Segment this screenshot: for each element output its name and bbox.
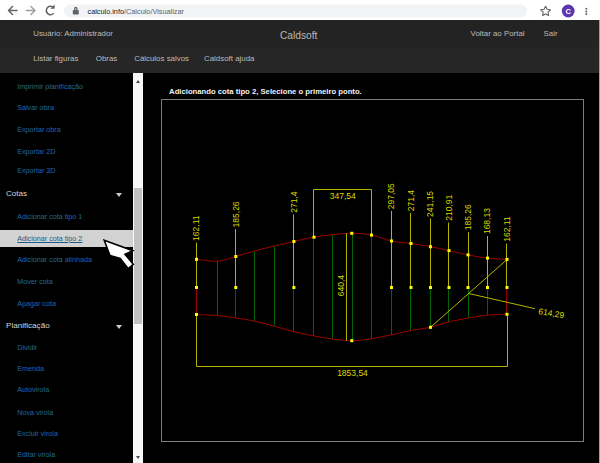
svg-text:calculo.info/Calculo/Visualiza: calculo.info/Calculo/Visualizar	[88, 7, 185, 16]
svg-text:C: C	[565, 7, 571, 16]
